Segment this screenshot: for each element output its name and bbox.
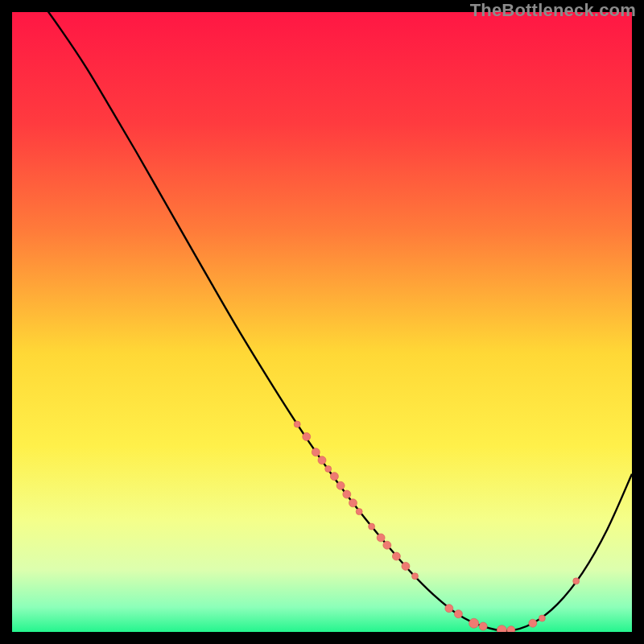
watermark-text: TheBottleneck.com: [470, 0, 636, 21]
sample-dot: [445, 605, 453, 613]
sample-dot: [539, 615, 545, 621]
sample-dot: [377, 534, 385, 542]
sample-dot: [343, 490, 351, 498]
sample-dot: [318, 456, 326, 464]
sample-dot: [349, 499, 357, 507]
sample-dot: [573, 578, 580, 584]
sample-dot: [454, 610, 462, 618]
sample-dot: [356, 509, 362, 515]
sample-dot: [479, 622, 487, 630]
sample-dot: [383, 541, 391, 549]
chart-svg: [12, 12, 632, 632]
sample-dot: [336, 481, 345, 489]
sample-dot: [507, 626, 515, 632]
gradient-background: [12, 12, 632, 632]
sample-dot: [330, 473, 338, 481]
sample-dot: [392, 552, 400, 560]
sample-dot: [402, 562, 410, 570]
sample-dot: [312, 448, 320, 456]
chart-container: TheBottleneck.com: [0, 0, 644, 644]
sample-dot: [529, 619, 537, 627]
sample-dot: [369, 523, 375, 530]
sample-dot: [294, 421, 300, 427]
sample-dot: [303, 432, 311, 440]
sample-dot: [325, 465, 332, 472]
sample-dot: [412, 573, 419, 580]
sample-dot: [469, 618, 479, 628]
